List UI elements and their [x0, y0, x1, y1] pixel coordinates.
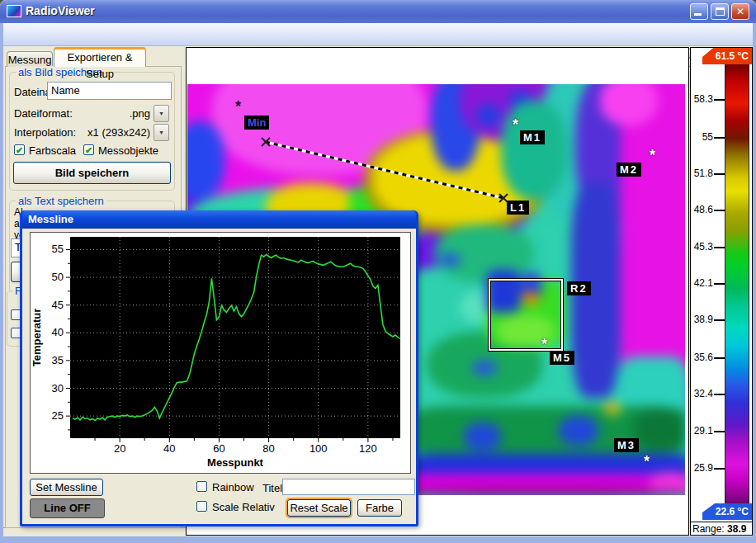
scale-tick-line	[714, 431, 725, 432]
rainbow-checkbox[interactable]	[196, 481, 207, 492]
svg-text:55: 55	[52, 243, 64, 255]
titel-input[interactable]	[282, 479, 415, 495]
dialog-title: Messline	[28, 213, 73, 225]
save-text-group-title: als Text speichern	[16, 195, 106, 207]
scale-tick-line	[714, 247, 725, 248]
line-off-button[interactable]: Line OFF	[30, 498, 105, 518]
scale-tick-label: 45.3	[691, 241, 713, 253]
scale-tick-line	[714, 283, 725, 285]
rainbow-label: Rainbow	[212, 481, 254, 493]
interpolation-label: Interpolation:	[14, 126, 76, 139]
tab-messung[interactable]: Messung	[7, 51, 53, 67]
close-button[interactable]: ✕	[731, 3, 749, 20]
scale-tick-label: 48.6	[691, 204, 713, 215]
scale-tick-label: 38.9	[691, 314, 713, 325]
scale-tick-label: 35.6	[691, 352, 713, 363]
scale-tick-label: 29.1	[691, 425, 713, 437]
chart-panel: 2530354045505520406080100120MesspunktTem…	[30, 232, 411, 474]
scale-tick-line	[714, 173, 725, 175]
app-window: RadioViewer ✕ Datei ▼ Änderungen speiche…	[0, 0, 756, 543]
scale-relativ-label: Scale Relativ	[212, 501, 275, 513]
svg-text:20: 20	[114, 442, 125, 455]
scale-tick-line	[714, 99, 725, 101]
svg-text:30: 30	[52, 382, 64, 394]
scale-tick-line	[714, 468, 725, 470]
interpolation-value[interactable]: x1 (293x242)	[86, 126, 150, 139]
scale-tick-line	[714, 394, 725, 395]
min-marker-label[interactable]: Min	[244, 116, 269, 130]
dialog-titlebar[interactable]: Messline	[22, 210, 416, 229]
range-label: Range:	[692, 523, 725, 535]
color-scale-panel: 58.35551.848.645.342.138.935.632.429.125…	[690, 47, 753, 536]
svg-text:60: 60	[213, 442, 224, 455]
check-icon: ✔	[84, 145, 93, 155]
m2-marker-label[interactable]: M2	[617, 163, 641, 177]
format-dropdown-button[interactable]: ▼	[154, 105, 169, 122]
m1-marker-icon[interactable]: *	[513, 120, 518, 129]
r2-marker-label[interactable]: R2	[567, 281, 591, 295]
format-value[interactable]: .png	[99, 107, 150, 120]
min-marker-icon[interactable]: *	[235, 102, 241, 111]
farbscala-label: Farbscala	[29, 144, 76, 157]
farbe-button[interactable]: Farbe	[357, 499, 402, 517]
svg-text:Messpunkt: Messpunkt	[207, 456, 264, 469]
scale-tick-label: 55	[691, 131, 713, 143]
minimize-icon	[694, 13, 702, 16]
m1-marker-label[interactable]: M1	[520, 130, 545, 144]
messline-chart: 2530354045505520406080100120MesspunktTem…	[31, 233, 410, 473]
scale-tick-label: 32.4	[691, 388, 713, 399]
m5-marker-label[interactable]: M5	[550, 351, 574, 365]
m5-marker-icon[interactable]: *	[541, 340, 547, 348]
svg-text:40: 40	[163, 442, 175, 455]
scale-relativ-checkbox[interactable]	[196, 501, 207, 512]
window-titlebar[interactable]: RadioViewer ✕	[0, 0, 756, 23]
range-value: 38.9	[727, 523, 746, 535]
m3-marker-label[interactable]: M3	[614, 438, 639, 452]
window-title: RadioViewer	[26, 4, 95, 17]
scale-tick-label: 42.1	[691, 277, 713, 289]
scale-tick-label: 58.3	[691, 93, 713, 105]
svg-text:45: 45	[52, 299, 64, 311]
tab-exportieren-setup[interactable]: Exportieren & Setup	[54, 47, 146, 67]
main-toolbar: Datei ▼ Änderungen speichern MinMax M1 M…	[0, 23, 756, 46]
messobjekte-label: Messobjekte	[98, 144, 158, 157]
filename-input[interactable]: Name	[47, 82, 172, 100]
svg-text:120: 120	[359, 442, 377, 455]
scale-tick-line	[714, 319, 725, 321]
scale-tick-label: 25.9	[691, 462, 713, 474]
window-border	[753, 23, 756, 543]
set-messline-button[interactable]: Set Messline	[30, 479, 103, 496]
reset-scale-button[interactable]: Reset Scale	[287, 499, 351, 517]
window-border	[0, 23, 3, 543]
svg-text:25: 25	[52, 409, 64, 422]
scale-tick-label: 51.8	[691, 168, 713, 179]
color-scale-bar	[725, 63, 749, 505]
svg-text:Temperatur: Temperatur	[31, 309, 43, 367]
maximize-icon	[716, 7, 725, 16]
format-label: Dateiformat:	[14, 107, 73, 120]
messobjekte-checkbox[interactable]: ✔	[83, 144, 94, 155]
r2-region-rect[interactable]	[489, 279, 563, 351]
dialog-body: 2530354045505520406080100120MesspunktTem…	[22, 229, 416, 524]
window-border	[0, 536, 756, 543]
save-image-button[interactable]: Bild speichern	[13, 162, 171, 184]
scale-tick-line	[714, 137, 725, 139]
messline-dialog: Messline 2530354045505520406080100120Mes…	[20, 210, 418, 526]
scale-tick-line	[714, 210, 725, 211]
scale-max-tag: 61.5 °C	[702, 48, 752, 64]
m2-marker-icon[interactable]: *	[650, 151, 655, 159]
check-icon: ✔	[15, 145, 24, 155]
svg-text:40: 40	[52, 326, 64, 338]
maximize-button[interactable]	[711, 3, 729, 20]
interpolation-dropdown-button[interactable]: ▼	[154, 124, 169, 141]
close-icon: ✕	[732, 4, 749, 19]
scale-min-tag: 22.6 °C	[702, 503, 752, 520]
minimize-button[interactable]	[690, 3, 708, 20]
scale-tick-line	[714, 357, 725, 359]
svg-text:80: 80	[262, 442, 274, 455]
svg-text:50: 50	[52, 271, 64, 283]
m3-marker-icon[interactable]: *	[644, 457, 650, 465]
l1-marker-label[interactable]: L1	[507, 201, 529, 215]
farbscala-checkbox[interactable]: ✔	[14, 144, 25, 155]
app-icon	[7, 5, 21, 17]
